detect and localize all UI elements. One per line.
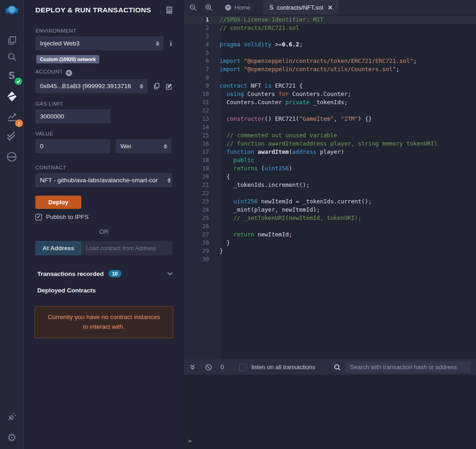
publish-ipfs-checkbox-row[interactable]: ✓ Publish to IPFS bbox=[35, 213, 173, 220]
code-line[interactable]: 28 } bbox=[184, 239, 476, 247]
publish-ipfs-checkbox[interactable]: ✓ bbox=[35, 214, 42, 220]
code-line[interactable]: 10 using Counters for Counters.Counter; bbox=[184, 90, 476, 98]
code-line[interactable]: 4pragma solidity >=0.6.2; bbox=[184, 40, 476, 49]
line-number[interactable]: 26 bbox=[184, 222, 209, 230]
chevron-down-icon[interactable] bbox=[167, 272, 173, 275]
line-number[interactable]: 3 bbox=[184, 32, 209, 40]
code-line[interactable]: 2// contracts/ERC721.sol bbox=[184, 24, 476, 32]
gas-limit-input[interactable] bbox=[35, 109, 110, 123]
zoom-in-icon[interactable] bbox=[205, 4, 213, 11]
unit-testing-icon[interactable] bbox=[5, 129, 19, 143]
or-separator: OR bbox=[35, 228, 172, 235]
line-number[interactable]: 1 bbox=[184, 16, 209, 24]
line-number[interactable]: 13 bbox=[184, 115, 209, 123]
file-explorer-icon[interactable] bbox=[5, 34, 19, 48]
add-account-icon[interactable]: + bbox=[66, 70, 72, 76]
terminal-output[interactable]: > bbox=[184, 375, 476, 449]
line-number[interactable]: 20 bbox=[184, 173, 209, 181]
settings-icon[interactable]: ⚙ bbox=[5, 431, 19, 444]
code-line[interactable]: 22 bbox=[184, 189, 476, 197]
code-line[interactable]: 16 // function awardItem(address player,… bbox=[184, 140, 476, 148]
clear-console-icon[interactable] bbox=[205, 364, 212, 371]
copy-account-icon[interactable] bbox=[153, 83, 160, 90]
line-number[interactable]: 16 bbox=[184, 140, 209, 148]
value-input[interactable] bbox=[35, 139, 110, 153]
code-line[interactable]: 5 bbox=[184, 49, 476, 57]
code-line[interactable]: 12 bbox=[184, 107, 476, 115]
edit-account-icon[interactable] bbox=[165, 83, 173, 90]
environment-select[interactable]: Injected Web3 bbox=[35, 36, 164, 51]
at-address-button[interactable]: At Address bbox=[35, 241, 81, 255]
code-line[interactable]: 1//SPDX-License-Identifier: MIT bbox=[184, 16, 476, 24]
account-select[interactable]: 0x845...B1aB3 (999992.3913716 bbox=[35, 79, 147, 93]
code-line[interactable]: 15 // commented out unused variable bbox=[184, 131, 476, 140]
code-line[interactable]: 3 bbox=[184, 32, 476, 40]
line-number[interactable]: 29 bbox=[184, 247, 209, 255]
code-line[interactable]: 14 bbox=[184, 123, 476, 131]
line-number[interactable]: 21 bbox=[184, 181, 209, 189]
line-number[interactable]: 28 bbox=[184, 239, 209, 247]
code-line[interactable]: 19 returns (uint256) bbox=[184, 164, 476, 173]
deploy-and-run-icon[interactable] bbox=[5, 90, 19, 103]
code-line[interactable]: 23 uint256 newItemId = _tokenIds.current… bbox=[184, 197, 476, 206]
line-number[interactable]: 12 bbox=[184, 107, 209, 115]
line-number[interactable]: 5 bbox=[184, 49, 209, 57]
line-number[interactable]: 25 bbox=[184, 214, 209, 222]
listen-all-transactions-checkbox[interactable] bbox=[239, 364, 247, 371]
code-line[interactable]: 30 bbox=[184, 255, 476, 264]
line-number[interactable]: 24 bbox=[184, 206, 209, 214]
search-icon[interactable] bbox=[5, 50, 19, 64]
code-line[interactable]: 8 bbox=[184, 73, 476, 82]
line-number[interactable]: 6 bbox=[184, 57, 209, 65]
zoom-out-icon[interactable] bbox=[189, 4, 197, 11]
plugin-circle-icon[interactable] bbox=[5, 150, 19, 163]
line-number[interactable]: 30 bbox=[184, 255, 209, 264]
code-line[interactable]: 6import "@openzeppelin/contracts/token/E… bbox=[184, 57, 476, 65]
line-number[interactable]: 22 bbox=[184, 189, 209, 197]
code-line[interactable]: 24 _mint(player, newItemId); bbox=[184, 206, 476, 214]
line-number[interactable]: 15 bbox=[184, 131, 209, 140]
line-number[interactable]: 18 bbox=[184, 156, 209, 164]
line-number[interactable]: 17 bbox=[184, 148, 209, 156]
tab-contracts-nft-sol[interactable]: S contracts/NFT.sol ✕ bbox=[263, 0, 339, 15]
network-badge: Custom (10920) network bbox=[36, 55, 99, 63]
line-number[interactable]: 14 bbox=[184, 123, 209, 131]
code-line[interactable]: 25 // _setTokenURI(newItemId, tokenURI); bbox=[184, 214, 476, 222]
line-number[interactable]: 11 bbox=[184, 98, 209, 107]
solidity-compiler-icon[interactable]: S bbox=[5, 69, 19, 83]
line-number[interactable]: 7 bbox=[184, 65, 209, 73]
code-line[interactable]: 11 Counters.Counter private _tokenIds; bbox=[184, 98, 476, 107]
line-number[interactable]: 9 bbox=[184, 82, 209, 90]
code-line[interactable]: 17 function awardItem(address player) bbox=[184, 148, 476, 156]
code-line[interactable]: 29} bbox=[184, 247, 476, 255]
value-unit-select[interactable]: Wei bbox=[116, 139, 171, 153]
close-tab-icon[interactable]: ✕ bbox=[328, 4, 333, 11]
code-line[interactable]: 20 { bbox=[184, 173, 476, 181]
line-number[interactable]: 10 bbox=[184, 90, 209, 98]
remix-logo-icon[interactable] bbox=[5, 4, 19, 17]
line-number[interactable]: 4 bbox=[184, 40, 209, 49]
line-number[interactable]: 2 bbox=[184, 24, 209, 32]
line-number[interactable]: 27 bbox=[184, 230, 209, 239]
line-number[interactable]: 8 bbox=[184, 73, 209, 82]
code-line[interactable]: 13 constructor() ERC721("GameItem", "ITM… bbox=[184, 115, 476, 123]
code-line[interactable]: 9contract NFT is ERC721 { bbox=[184, 82, 476, 90]
tab-home[interactable]: Home bbox=[219, 0, 263, 15]
line-number[interactable]: 19 bbox=[184, 164, 209, 173]
terminal-search-input[interactable] bbox=[346, 361, 470, 373]
plugin-manager-icon[interactable] bbox=[5, 410, 19, 424]
collapse-terminal-icon[interactable] bbox=[189, 364, 196, 370]
at-address-input[interactable] bbox=[81, 241, 172, 255]
code-line[interactable]: 27 return newItemId; bbox=[184, 230, 476, 239]
code-line[interactable]: 7import "@openzeppelin/contracts/utils/C… bbox=[184, 65, 476, 73]
contract-select[interactable]: NFT - github/ava-labs/avalanche-smart-co… bbox=[35, 173, 172, 187]
code-line[interactable]: 18 public bbox=[184, 156, 476, 164]
deploy-button[interactable]: Deploy bbox=[35, 196, 81, 209]
environment-info-icon[interactable]: i bbox=[169, 39, 173, 48]
analytics-icon[interactable]: 1 bbox=[5, 110, 19, 124]
code-editor[interactable]: 1//SPDX-License-Identifier: MIT2// contr… bbox=[184, 15, 476, 359]
documentation-icon[interactable] bbox=[166, 6, 173, 14]
code-line[interactable]: 21 _tokenIds.increment(); bbox=[184, 181, 476, 189]
code-line[interactable]: 26 bbox=[184, 222, 476, 230]
line-number[interactable]: 23 bbox=[184, 197, 209, 206]
